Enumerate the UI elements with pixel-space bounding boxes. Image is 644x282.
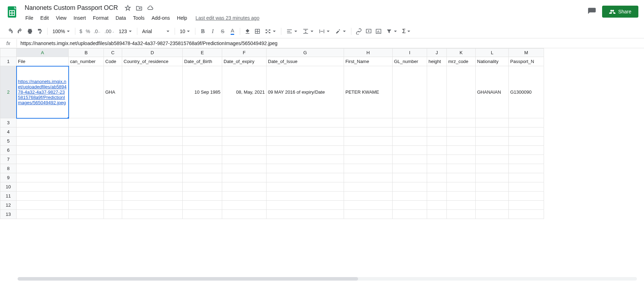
menu-data[interactable]: Data <box>113 14 129 22</box>
cell-E4[interactable] <box>183 127 222 137</box>
chart-button[interactable] <box>374 27 383 36</box>
link-button[interactable] <box>354 27 363 36</box>
font-select[interactable]: Arial <box>140 29 172 34</box>
cell-B2[interactable] <box>69 66 104 118</box>
functions-button[interactable]: Σ <box>400 28 413 35</box>
cell-C4[interactable] <box>104 127 122 137</box>
column-header-D[interactable]: D <box>122 49 183 57</box>
cell-K10[interactable] <box>447 182 476 192</box>
cell-G10[interactable] <box>267 182 344 192</box>
cell-C10[interactable] <box>104 182 122 192</box>
column-header-I[interactable]: I <box>393 49 427 57</box>
column-header-C[interactable]: C <box>104 49 122 57</box>
cell-I13[interactable] <box>393 210 427 219</box>
cloud-icon[interactable] <box>147 5 154 12</box>
cell-A5[interactable] <box>17 137 69 146</box>
sheets-logo[interactable] <box>6 5 20 19</box>
cell-C6[interactable] <box>104 146 122 155</box>
cell-A11[interactable] <box>17 192 69 201</box>
column-header-J[interactable]: J <box>427 49 447 57</box>
percent-button[interactable]: % <box>85 29 92 34</box>
cell-F6[interactable] <box>222 146 267 155</box>
cell-F12[interactable] <box>222 201 267 210</box>
cell-I4[interactable] <box>393 127 427 137</box>
italic-button[interactable]: I <box>208 27 217 36</box>
cell-K8[interactable] <box>447 164 476 173</box>
column-header-A[interactable]: A <box>17 49 69 57</box>
cell-C2[interactable]: GHA <box>104 66 122 118</box>
cell-G7[interactable] <box>267 155 344 164</box>
cell-F5[interactable] <box>222 137 267 146</box>
cell-I9[interactable] <box>393 173 427 182</box>
cell-H11[interactable] <box>344 192 393 201</box>
row-header-8[interactable]: 8 <box>0 164 17 173</box>
cell-J1[interactable]: height <box>427 57 447 66</box>
cell-E13[interactable] <box>183 210 222 219</box>
cell-H1[interactable]: First_Name <box>344 57 393 66</box>
cell-C11[interactable] <box>104 192 122 201</box>
cell-B8[interactable] <box>69 164 104 173</box>
column-header-M[interactable]: M <box>509 49 544 57</box>
font-size-select[interactable]: 10 <box>178 29 193 34</box>
cell-J9[interactable] <box>427 173 447 182</box>
cell-M3[interactable] <box>509 118 544 127</box>
select-all-corner[interactable] <box>0 49 17 57</box>
cell-G11[interactable] <box>267 192 344 201</box>
menu-file[interactable]: File <box>23 14 36 22</box>
cell-J8[interactable] <box>427 164 447 173</box>
cell-D3[interactable] <box>122 118 183 127</box>
cell-L5[interactable] <box>476 137 509 146</box>
cell-L4[interactable] <box>476 127 509 137</box>
cell-A12[interactable] <box>17 201 69 210</box>
cell-K1[interactable]: mrz_code <box>447 57 476 66</box>
cell-I10[interactable] <box>393 182 427 192</box>
cell-C8[interactable] <box>104 164 122 173</box>
star-icon[interactable] <box>124 5 131 12</box>
menu-add-ons[interactable]: Add-ons <box>149 14 173 22</box>
cell-L9[interactable] <box>476 173 509 182</box>
cell-F11[interactable] <box>222 192 267 201</box>
cell-J6[interactable] <box>427 146 447 155</box>
cell-M6[interactable] <box>509 146 544 155</box>
cell-B4[interactable] <box>69 127 104 137</box>
cell-J3[interactable] <box>427 118 447 127</box>
cell-A10[interactable] <box>17 182 69 192</box>
cell-H4[interactable] <box>344 127 393 137</box>
cell-J4[interactable] <box>427 127 447 137</box>
cell-J7[interactable] <box>427 155 447 164</box>
cell-G3[interactable] <box>267 118 344 127</box>
cell-A2[interactable]: https://nanonets.imgix.net/uploadedfiles… <box>17 66 69 118</box>
cell-E9[interactable] <box>183 173 222 182</box>
column-header-F[interactable]: F <box>222 49 267 57</box>
cell-E11[interactable] <box>183 192 222 201</box>
number-format-button[interactable]: 123 <box>117 29 134 34</box>
row-header-13[interactable]: 13 <box>0 210 17 219</box>
cell-D13[interactable] <box>122 210 183 219</box>
cell-J12[interactable] <box>427 201 447 210</box>
cell-E3[interactable] <box>183 118 222 127</box>
cell-F13[interactable] <box>222 210 267 219</box>
cell-I5[interactable] <box>393 137 427 146</box>
row-header-5[interactable]: 5 <box>0 137 17 146</box>
cell-E12[interactable] <box>183 201 222 210</box>
cell-K4[interactable] <box>447 127 476 137</box>
cell-G6[interactable] <box>267 146 344 155</box>
cell-E8[interactable] <box>183 164 222 173</box>
merge-button[interactable] <box>263 28 278 35</box>
cell-I6[interactable] <box>393 146 427 155</box>
menu-view[interactable]: View <box>53 14 69 22</box>
cell-G4[interactable] <box>267 127 344 137</box>
cell-F1[interactable]: Date_of_expiry <box>222 57 267 66</box>
valign-button[interactable] <box>300 28 316 35</box>
cell-C3[interactable] <box>104 118 122 127</box>
cell-H10[interactable] <box>344 182 393 192</box>
cell-L7[interactable] <box>476 155 509 164</box>
comment-button[interactable] <box>364 27 373 36</box>
cell-K3[interactable] <box>447 118 476 127</box>
row-header-11[interactable]: 11 <box>0 192 17 201</box>
cell-A13[interactable] <box>17 210 69 219</box>
cell-G12[interactable] <box>267 201 344 210</box>
cell-G9[interactable] <box>267 173 344 182</box>
spreadsheet-grid[interactable]: ABCDEFGHIJKLM1Filecan_numberCodeCountry_… <box>0 48 544 219</box>
cell-F3[interactable] <box>222 118 267 127</box>
